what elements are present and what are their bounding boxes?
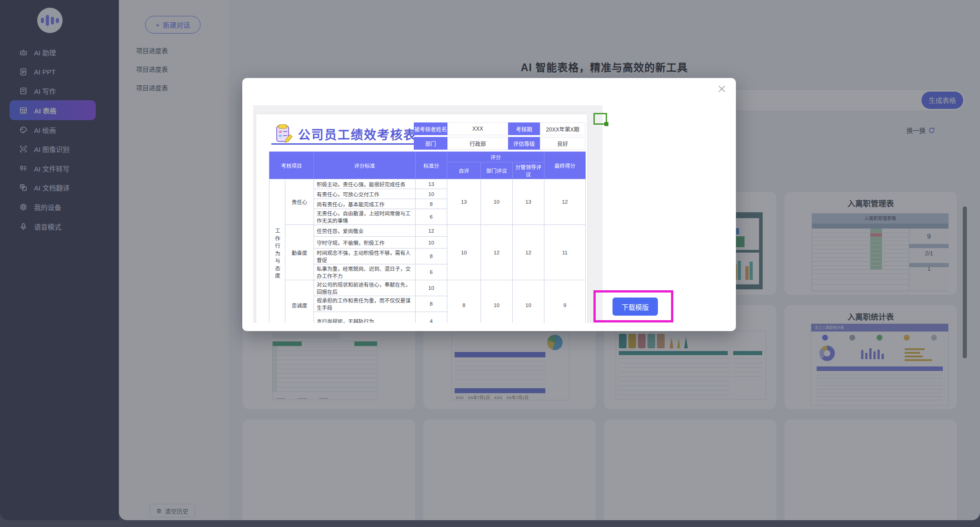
template-preview-area: 公司员工绩效考核表 被考核者姓名 XXX 考核期 20XX年第X期 部门 行政部… xyxy=(253,105,603,323)
col-header: 最终得分 xyxy=(544,152,586,179)
score-cell: 11 xyxy=(544,225,586,280)
score-cell: 10 xyxy=(481,179,513,225)
info-value: 良好 xyxy=(540,137,585,150)
col-header: 考核项目 xyxy=(270,152,314,179)
info-label: 部门 xyxy=(414,137,447,150)
close-icon[interactable] xyxy=(718,85,726,93)
criteria-cell: 尚有责任心，基本能完成工作 xyxy=(314,199,416,209)
app-root: AI 助理 AI PPT AI 写作 AI 表格 AI 绘画 AI 图像识别 A… xyxy=(0,0,980,527)
score-cell: 12 xyxy=(481,225,513,280)
score-cell: 12 xyxy=(513,225,544,280)
criteria-cell: 有责任心，可放心交付工作 xyxy=(314,189,416,199)
criteria-cell: 守时守规，不偷懒，积极工作 xyxy=(314,237,416,249)
std-cell: 6 xyxy=(416,209,447,225)
performance-table: 考核项目 评分标准 标准分 评分 最终得分 自评 部门评议 分管领导评议 工作行… xyxy=(269,151,586,323)
score-cell: 10 xyxy=(513,280,544,323)
score-cell: 9 xyxy=(544,280,586,323)
score-cell: 8 xyxy=(447,280,481,323)
col-header: 评分 xyxy=(447,152,544,162)
std-cell: 10 xyxy=(416,189,447,199)
spreadsheet-preview: 公司员工绩效考核表 被考核者姓名 XXX 考核期 20XX年第X期 部门 行政部… xyxy=(256,114,587,323)
info-value: XXX xyxy=(447,122,508,135)
col-header: 评分标准 xyxy=(314,152,416,179)
std-cell: 10 xyxy=(416,237,447,249)
criteria-cell: 任劳任怨，爱岗敬业 xyxy=(314,225,416,237)
criteria-cell: 无责任心，自由散漫，上班时间常做与工作无关的事情 xyxy=(314,209,416,225)
category-cell: 工作行为与态度 xyxy=(270,179,285,323)
score-cell: 12 xyxy=(544,179,586,225)
criteria-cell: 积极主动，责任心强，能很好完成任务 xyxy=(314,179,416,189)
info-value: 20XX年第X期 xyxy=(540,122,585,135)
score-cell: 13 xyxy=(447,179,481,225)
annotation-green-box xyxy=(593,113,607,125)
info-label: 考核期 xyxy=(508,122,540,135)
col-header: 部门评议 xyxy=(481,162,513,179)
clipboard-icon xyxy=(274,123,294,143)
std-cell: 10 xyxy=(416,280,447,296)
group-cell: 勤奋度 xyxy=(285,225,314,280)
criteria-cell: 言行尚规矩，无越轨行为 xyxy=(314,312,416,323)
criteria-cell: 时间观念不强，主动积极性不够，需有人督促 xyxy=(314,249,416,264)
col-header: 分管领导评议 xyxy=(513,162,544,179)
group-cell: 忠诚度 xyxy=(285,280,314,323)
info-value: 行政部 xyxy=(447,137,508,150)
std-cell: 13 xyxy=(416,179,447,189)
col-header: 自评 xyxy=(447,162,481,179)
score-cell: 10 xyxy=(447,225,481,280)
std-cell: 8 xyxy=(416,296,447,312)
std-cell: 8 xyxy=(416,199,447,209)
annotation-handle xyxy=(604,122,608,126)
std-cell: 12 xyxy=(416,225,447,237)
annotation-magenta-box xyxy=(593,290,673,322)
group-cell: 责任心 xyxy=(285,179,314,225)
criteria-cell: 对公司的现状和前途有信心，奉献在先，回报在后 xyxy=(314,280,416,296)
score-cell: 13 xyxy=(513,179,544,225)
sheet-title: 公司员工绩效考核表 xyxy=(298,125,416,143)
criteria-cell: 私事为重，经常脱岗、迟到、混日子，交办工作不力 xyxy=(314,264,416,280)
col-header: 标准分 xyxy=(416,152,447,179)
std-cell: 6 xyxy=(416,264,447,280)
std-cell: 8 xyxy=(416,249,447,264)
std-cell: 4 xyxy=(416,312,447,323)
criteria-cell: 视承担的工作和责任为重，而不仅仅是谋生手段 xyxy=(314,296,416,312)
info-label: 被考核者姓名 xyxy=(414,122,447,135)
score-cell: 10 xyxy=(481,280,513,323)
info-label: 评估等级 xyxy=(508,137,540,150)
